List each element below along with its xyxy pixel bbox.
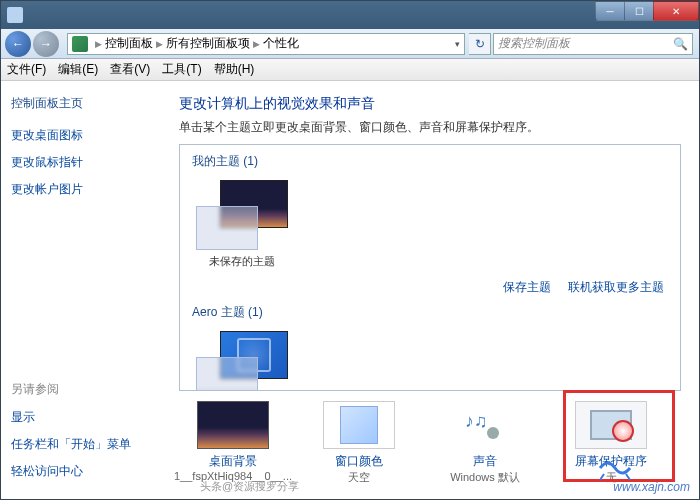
screen-saver-icon (575, 401, 647, 449)
save-theme-link[interactable]: 保存主题 (503, 280, 551, 294)
window-color-button[interactable]: 窗口颜色 天空 (309, 401, 409, 485)
main-content: 更改计算机上的视觉效果和声音 单击某个主题立即更改桌面背景、窗口颜色、声音和屏幕… (171, 81, 699, 499)
breadcrumb-personalization[interactable]: 个性化 (263, 35, 299, 52)
minimize-button[interactable]: ─ (595, 1, 625, 21)
search-placeholder: 搜索控制面板 (498, 35, 570, 52)
sound-button[interactable]: ♪♫ 声音 Windows 默认 (435, 401, 535, 485)
desktop-background-icon (197, 401, 269, 449)
window-icon (7, 7, 23, 23)
theme-label: 未保存的主题 (209, 254, 275, 269)
sidebar-link-desktop-icons[interactable]: 更改桌面图标 (11, 127, 161, 144)
themes-list: 我的主题 (1) 未保存的主题 保存主题 联机获取更多主题 Aero 主题 (1… (179, 144, 681, 391)
sidebar-home-link[interactable]: 控制面板主页 (11, 95, 161, 112)
window-titlebar: ─ ☐ ✕ (1, 1, 699, 29)
sidebar: 控制面板主页 更改桌面图标 更改鼠标指针 更改帐户图片 另请参阅 显示 任务栏和… (1, 81, 171, 499)
theme-aero[interactable] (192, 327, 292, 391)
more-themes-link[interactable]: 联机获取更多主题 (568, 280, 664, 294)
menu-edit[interactable]: 编辑(E) (58, 61, 98, 78)
menu-tools[interactable]: 工具(T) (162, 61, 201, 78)
menu-bar: 文件(F) 编辑(E) 查看(V) 工具(T) 帮助(H) (1, 59, 699, 81)
search-icon[interactable]: 🔍 (673, 37, 688, 51)
sidebar-link-taskbar[interactable]: 任务栏和「开始」菜单 (11, 436, 161, 453)
menu-help[interactable]: 帮助(H) (214, 61, 255, 78)
menu-view[interactable]: 查看(V) (110, 61, 150, 78)
watermark-source: 头条@资源搜罗分享 (200, 479, 299, 494)
watermark-logo-icon (598, 454, 632, 482)
chevron-right-icon: ▶ (95, 39, 102, 49)
theme-unsaved[interactable]: 未保存的主题 (192, 176, 292, 273)
forward-button[interactable]: → (33, 31, 59, 57)
page-title: 更改计算机上的视觉效果和声音 (179, 95, 681, 113)
breadcrumb-all-items[interactable]: 所有控制面板项 (166, 35, 250, 52)
chevron-right-icon: ▶ (156, 39, 163, 49)
page-description: 单击某个主题立即更改桌面背景、窗口颜色、声音和屏幕保护程序。 (179, 119, 681, 136)
search-input[interactable]: 搜索控制面板 🔍 (493, 33, 693, 55)
back-button[interactable]: ← (5, 31, 31, 57)
sidebar-link-mouse-pointers[interactable]: 更改鼠标指针 (11, 154, 161, 171)
my-themes-label: 我的主题 (1) (192, 153, 668, 170)
watermark-url: www.xajn.com (613, 480, 690, 494)
aero-themes-label: Aero 主题 (1) (192, 304, 668, 321)
control-panel-icon (72, 36, 88, 52)
chevron-right-icon: ▶ (253, 39, 260, 49)
sidebar-link-ease-of-access[interactable]: 轻松访问中心 (11, 463, 161, 480)
theme-window-thumb (196, 357, 258, 391)
theme-window-thumb (196, 206, 258, 250)
svg-text:♪♫: ♪♫ (465, 411, 488, 431)
window-color-icon (323, 401, 395, 449)
menu-file[interactable]: 文件(F) (7, 61, 46, 78)
refresh-button[interactable]: ↻ (469, 33, 491, 55)
breadcrumb-control-panel[interactable]: 控制面板 (105, 35, 153, 52)
maximize-button[interactable]: ☐ (624, 1, 654, 21)
sidebar-see-also-label: 另请参阅 (11, 381, 161, 398)
sound-icon: ♪♫ (449, 401, 521, 449)
desktop-background-button[interactable]: 桌面背景 1__fspXtHiq984__0__... (183, 401, 283, 485)
close-button[interactable]: ✕ (653, 1, 699, 21)
svg-point-1 (487, 427, 499, 439)
address-dropdown-icon[interactable]: ▾ (455, 39, 460, 49)
address-bar[interactable]: ▶ 控制面板 ▶ 所有控制面板项 ▶ 个性化 ▾ (67, 33, 465, 55)
sidebar-link-display[interactable]: 显示 (11, 409, 161, 426)
navigation-bar: ← → ▶ 控制面板 ▶ 所有控制面板项 ▶ 个性化 ▾ ↻ 搜索控制面板 🔍 (1, 29, 699, 59)
sidebar-link-account-picture[interactable]: 更改帐户图片 (11, 181, 161, 198)
